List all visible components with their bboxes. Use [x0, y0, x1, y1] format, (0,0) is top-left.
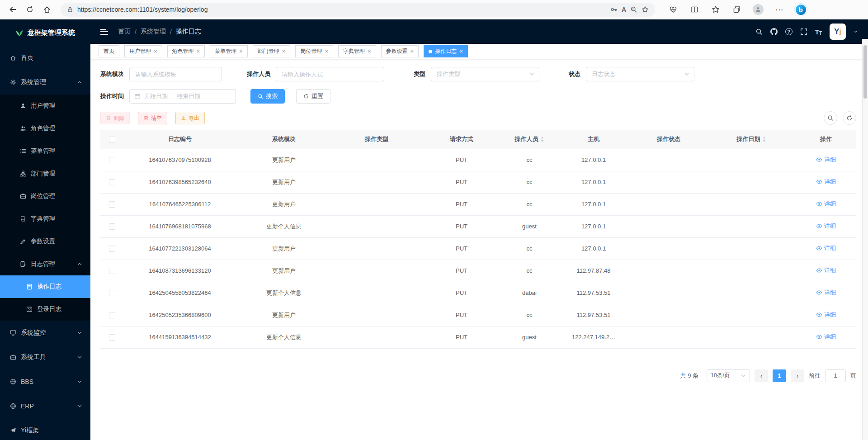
sidebar-item-log-mgmt[interactable]: 日志管理	[0, 253, 90, 275]
font-size-icon[interactable]: TT	[815, 28, 822, 36]
type-select[interactable]: 操作类型	[431, 67, 539, 81]
close-icon[interactable]: ×	[154, 48, 157, 54]
detail-link[interactable]: 详细	[816, 266, 836, 274]
add-favorite-icon[interactable]	[642, 6, 649, 13]
more-menu-icon[interactable]: ⋯	[772, 2, 787, 17]
favorites-icon[interactable]	[708, 2, 723, 17]
operator-input[interactable]	[276, 67, 384, 81]
tab-post-mgmt[interactable]: 岗位管理×	[295, 45, 333, 57]
sidebar-item-system-tools[interactable]: 系统工具	[0, 345, 90, 369]
sidebar-item-menu-mgmt[interactable]: 菜单管理	[0, 140, 90, 162]
tab-param-settings[interactable]: 参数设置×	[381, 45, 419, 57]
tab-role-mgmt[interactable]: 角色管理×	[167, 45, 205, 57]
sidebar-item-bbs[interactable]: BBS	[0, 369, 90, 394]
row-checkbox[interactable]	[109, 201, 115, 208]
split-screen-icon[interactable]	[687, 2, 702, 17]
sidebar-item-param-settings[interactable]: 参数设置	[0, 230, 90, 253]
close-icon[interactable]: ×	[197, 48, 200, 54]
page-1-button[interactable]: 1	[773, 369, 786, 382]
url-text[interactable]: https://ccnetcore.com:1101/system/log/op…	[77, 6, 606, 13]
user-avatar[interactable]: Yj	[830, 24, 846, 40]
table-row[interactable]: 1642504558053822464 更新个人信息 PUT dabai 112…	[100, 282, 856, 304]
sidebar-item-dept-mgmt[interactable]: 部门管理	[0, 162, 90, 185]
detail-link[interactable]: 详细	[816, 289, 836, 297]
toggle-search-button[interactable]	[824, 111, 837, 125]
tab-dept-mgmt[interactable]: 部门管理×	[253, 45, 291, 57]
browser-essentials-icon[interactable]	[665, 2, 681, 17]
prev-page-button[interactable]: ‹	[755, 369, 768, 382]
tab-oper-log[interactable]: 操作日志×	[424, 45, 468, 57]
select-all-checkbox[interactable]	[109, 137, 115, 143]
end-date-placeholder[interactable]: 结束日期	[177, 92, 200, 100]
breadcrumb-home[interactable]: 首页	[118, 28, 131, 36]
start-date-placeholder[interactable]: 开始日期	[144, 92, 168, 100]
sidebar-item-oper-log[interactable]: 操作日志	[0, 275, 90, 298]
sort-icon[interactable]	[762, 136, 766, 142]
profile-avatar[interactable]	[750, 2, 766, 17]
page-scrollbar[interactable]	[862, 39, 868, 440]
header-search-icon[interactable]	[755, 28, 763, 35]
col-date[interactable]: 操作日期	[707, 130, 796, 149]
row-checkbox[interactable]	[109, 223, 115, 230]
table-row[interactable]: 1641076465225306112 更新用户 PUT cc 127.0.0.…	[100, 193, 856, 215]
sidebar-item-home[interactable]: 首页	[0, 46, 90, 70]
row-checkbox[interactable]	[109, 179, 115, 185]
detail-link[interactable]: 详细	[816, 200, 836, 208]
row-checkbox[interactable]	[109, 246, 115, 252]
col-operator[interactable]: 操作人员	[502, 130, 557, 149]
close-icon[interactable]: ×	[325, 48, 328, 54]
read-aloud-icon[interactable]: A	[622, 6, 626, 13]
sidebar-item-system-mgmt[interactable]: 系统管理	[0, 70, 90, 95]
row-checkbox[interactable]	[109, 290, 115, 296]
sidebar-item-post-mgmt[interactable]: 岗位管理	[0, 185, 90, 208]
browser-home-button[interactable]	[39, 2, 55, 17]
zoom-out-icon[interactable]	[630, 6, 637, 13]
row-checkbox[interactable]	[109, 334, 115, 341]
tab-user-mgmt[interactable]: 用户管理×	[124, 45, 162, 57]
sidebar-item-user-mgmt[interactable]: 用户管理	[0, 95, 90, 117]
sidebar-item-system-monitor[interactable]: 系统监控	[0, 321, 90, 345]
row-checkbox[interactable]	[109, 268, 115, 274]
scrollbar-thumb[interactable]	[863, 45, 867, 99]
table-row[interactable]: 1641087313696133120 更新用户 PUT cc 112.97.8…	[100, 260, 856, 282]
menu-collapse-icon[interactable]	[100, 29, 108, 35]
refresh-table-button[interactable]	[843, 111, 856, 125]
close-icon[interactable]: ×	[282, 48, 286, 54]
close-icon[interactable]: ×	[459, 48, 463, 54]
export-button[interactable]: 导出	[175, 112, 205, 124]
sidebar-item-erp[interactable]: ERP	[0, 394, 90, 418]
date-range-picker[interactable]: 开始日期 - 结束日期	[129, 89, 236, 104]
table-row[interactable]: 1641076370975100928 更新用户 PUT cc 127.0.0.…	[100, 149, 856, 171]
status-select[interactable]: 日志状态	[586, 67, 694, 81]
collections-icon[interactable]	[729, 2, 745, 17]
table-row[interactable]: 1644159136394514432 更新个人信息 PUT guest 122…	[100, 326, 856, 348]
row-checkbox[interactable]	[109, 312, 115, 318]
tab-dict-mgmt[interactable]: 字典管理×	[338, 45, 376, 57]
detail-link[interactable]: 详细	[816, 222, 836, 230]
detail-link[interactable]: 详细	[816, 333, 836, 341]
row-checkbox[interactable]	[109, 157, 115, 163]
close-icon[interactable]: ×	[410, 48, 414, 54]
module-input[interactable]	[129, 67, 222, 81]
sidebar-item-login-log[interactable]: 登录日志	[0, 298, 90, 321]
tab-menu-mgmt[interactable]: 菜单管理×	[210, 45, 248, 57]
chevron-down-icon[interactable]	[854, 29, 858, 34]
tab-home[interactable]: 首页	[99, 45, 119, 57]
next-page-button[interactable]: ›	[791, 369, 804, 382]
table-row[interactable]: 1641076968181075968 更新个人信息 PUT guest 127…	[100, 215, 856, 237]
breadcrumb-system-mgmt[interactable]: 系统管理	[141, 28, 166, 36]
fullscreen-icon[interactable]	[800, 28, 807, 35]
close-icon[interactable]: ×	[368, 48, 371, 54]
detail-link[interactable]: 详细	[816, 156, 836, 164]
sidebar-item-dict-mgmt[interactable]: 字典管理	[0, 208, 90, 230]
table-row[interactable]: 1641076398565232640 更新用户 PUT cc 127.0.0.…	[100, 171, 856, 193]
close-icon[interactable]: ×	[239, 48, 243, 54]
delete-button[interactable]: 删除	[100, 112, 130, 124]
bing-icon[interactable]: b	[793, 2, 808, 17]
detail-link[interactable]: 详细	[816, 178, 836, 186]
goto-page-input[interactable]	[825, 369, 846, 382]
reset-button[interactable]: 重置	[296, 89, 330, 104]
github-icon[interactable]	[770, 28, 778, 35]
back-button[interactable]	[5, 2, 21, 17]
table-row[interactable]: 1642505235366809600 更新用户 PUT cc 112.97.5…	[100, 304, 856, 326]
